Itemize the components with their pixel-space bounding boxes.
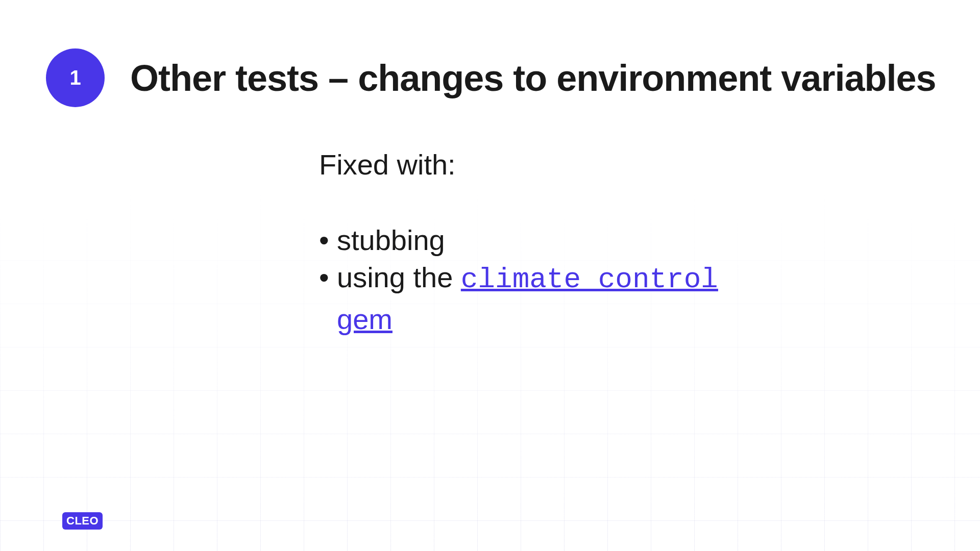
intro-text: Fixed with: [319, 148, 980, 181]
bullet-item: using the climate_control gem [319, 259, 980, 338]
bullet-prefix: using the [337, 261, 461, 293]
slide-body: Fixed with: stubbing using the climate_c… [0, 107, 980, 338]
brand-logo: CLEO [62, 512, 103, 530]
bullet-text: stubbing [337, 224, 445, 256]
slide-number: 1 [69, 66, 81, 89]
gem-link-code[interactable]: climate_control [461, 263, 718, 296]
bullet-item: stubbing [319, 222, 980, 259]
brand-logo-text: CLEO [66, 514, 99, 527]
bullet-list: stubbing using the climate_control gem [319, 222, 980, 338]
slide-number-badge: 1 [46, 48, 105, 107]
slide-content: 1 Other tests – changes to environment v… [0, 0, 980, 551]
slide-title: Other tests – changes to environment var… [130, 57, 936, 99]
slide-header: 1 Other tests – changes to environment v… [0, 0, 980, 107]
gem-link-text[interactable]: gem [337, 303, 393, 335]
